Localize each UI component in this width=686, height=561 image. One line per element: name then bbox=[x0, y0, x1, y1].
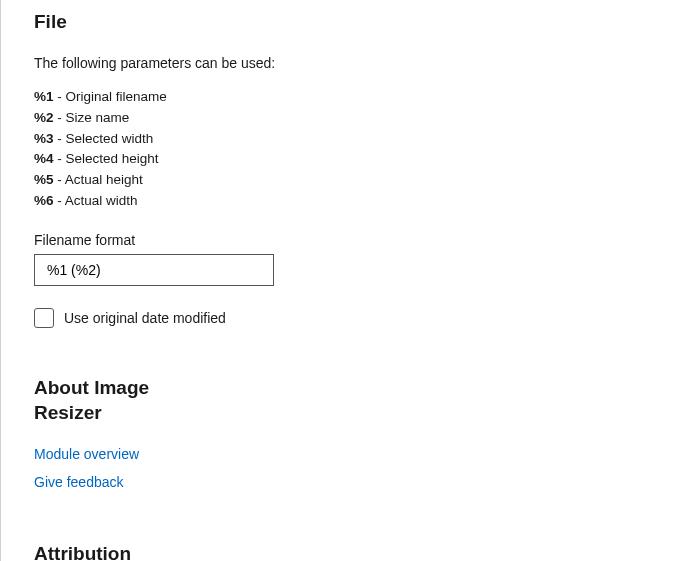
param-desc: Size name bbox=[66, 110, 130, 125]
param-item: %5 - Actual height bbox=[34, 170, 686, 191]
param-item: %6 - Actual width bbox=[34, 191, 686, 212]
param-code: %4 bbox=[34, 151, 54, 166]
attribution-heading: Attribution bbox=[34, 542, 184, 561]
filename-format-label: Filename format bbox=[34, 232, 686, 248]
param-desc: Selected width bbox=[66, 131, 154, 146]
param-code: %3 bbox=[34, 131, 54, 146]
param-item: %2 - Size name bbox=[34, 108, 686, 129]
param-code: %1 bbox=[34, 89, 54, 104]
param-desc: Actual width bbox=[65, 193, 138, 208]
filename-format-input[interactable] bbox=[34, 254, 274, 286]
param-desc: Selected height bbox=[66, 151, 159, 166]
params-intro: The following parameters can be used: bbox=[34, 55, 686, 71]
use-original-date-label[interactable]: Use original date modified bbox=[64, 310, 226, 326]
give-feedback-link[interactable]: Give feedback bbox=[34, 474, 124, 490]
param-code: %5 bbox=[34, 172, 54, 187]
module-overview-link[interactable]: Module overview bbox=[34, 446, 139, 462]
use-original-date-checkbox[interactable] bbox=[34, 308, 54, 328]
param-item: %1 - Original filename bbox=[34, 87, 686, 108]
param-item: %4 - Selected height bbox=[34, 149, 686, 170]
param-desc: Actual height bbox=[65, 172, 143, 187]
param-list: %1 - Original filename %2 - Size name %3… bbox=[34, 87, 686, 213]
param-desc: Original filename bbox=[66, 89, 167, 104]
file-heading: File bbox=[34, 10, 184, 35]
param-code: %2 bbox=[34, 110, 54, 125]
param-code: %6 bbox=[34, 193, 54, 208]
param-item: %3 - Selected width bbox=[34, 129, 686, 150]
about-heading: About Image Resizer bbox=[34, 376, 184, 425]
